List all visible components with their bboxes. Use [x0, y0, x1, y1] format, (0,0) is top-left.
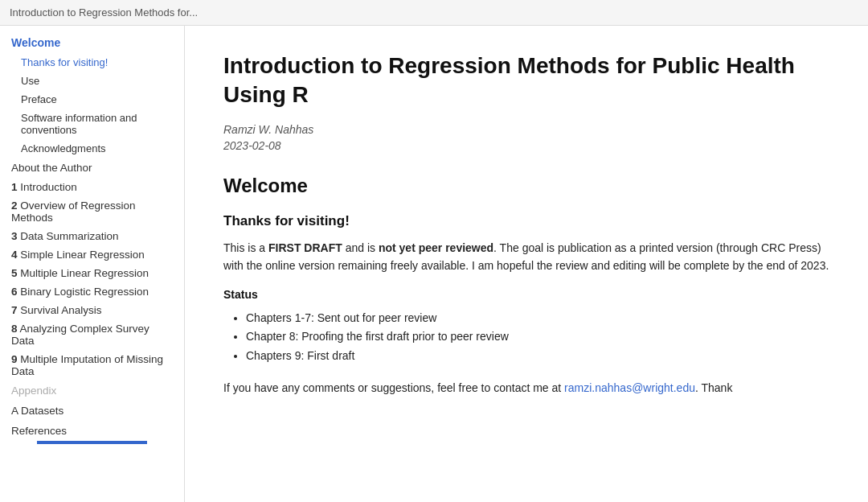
- contact-paragraph: If you have any comments or suggestions,…: [223, 379, 829, 397]
- sidebar-item-use[interactable]: Use: [0, 72, 184, 90]
- status-item-2: Chapter 8: Proofing the first draft prio…: [246, 327, 829, 347]
- bold-first-draft: FIRST DRAFT: [268, 241, 342, 254]
- thanks-heading: Thanks for visiting!: [223, 213, 829, 229]
- sidebar-item-1[interactable]: 1 Introduction: [0, 178, 184, 196]
- content-area: Introduction to Regression Methods for P…: [185, 26, 868, 502]
- sidebar-item-6[interactable]: 6 Binary Logistic Regression: [0, 282, 184, 301]
- sidebar-item-thanks[interactable]: Thanks for visiting!: [0, 53, 184, 72]
- book-title: Introduction to Regression Methods for P…: [223, 51, 829, 110]
- status-item-3: Chapters 9: First draft: [246, 347, 829, 366]
- sidebar-item-9[interactable]: 9 Multiple Imputation of Missing Data: [0, 350, 184, 381]
- sidebar-item-2[interactable]: 2 Overview of Regression Methods: [0, 196, 184, 227]
- book-author: Ramzi W. Nahhas: [223, 123, 829, 136]
- welcome-heading: Welcome: [223, 175, 829, 197]
- sidebar-item-references[interactable]: References: [0, 421, 184, 441]
- top-bar: Introduction to Regression Methods for..…: [0, 0, 868, 26]
- sidebar-item-3[interactable]: 3 Data Summarization: [0, 227, 184, 245]
- sidebar-item-software[interactable]: Software information and conventions: [0, 109, 184, 139]
- book-date: 2023-02-08: [223, 139, 829, 152]
- main-container: Welcome Thanks for visiting! Use Preface…: [0, 26, 868, 502]
- sidebar-item-datasets[interactable]: A Datasets: [0, 401, 184, 421]
- status-list: Chapters 1-7: Sent out for peer review C…: [223, 309, 829, 366]
- sidebar-item-4[interactable]: 4 Simple Linear Regression: [0, 245, 184, 264]
- sidebar-item-8[interactable]: 8 Analyzing Complex Survey Data: [0, 319, 184, 350]
- sidebar-item-about-author[interactable]: About the Author: [0, 158, 184, 178]
- sidebar-item-7[interactable]: 7 Survival Analysis: [0, 301, 184, 319]
- sidebar-item-preface[interactable]: Preface: [0, 90, 184, 109]
- sidebar-item-welcome[interactable]: Welcome: [0, 32, 184, 53]
- sidebar-item-appendix: Appendix: [0, 381, 184, 401]
- intro-paragraph: This is a FIRST DRAFT and is not yet pee…: [223, 239, 829, 275]
- sidebar-scroll-indicator: [37, 441, 147, 444]
- status-heading: Status: [223, 288, 829, 301]
- bold-not-peer-reviewed: not yet peer reviewed: [379, 241, 493, 254]
- contact-email-link[interactable]: ramzi.nahhas@wright.edu: [564, 381, 695, 394]
- top-bar-title: Introduction to Regression Methods for..…: [10, 6, 198, 19]
- sidebar: Welcome Thanks for visiting! Use Preface…: [0, 26, 185, 502]
- sidebar-item-5[interactable]: 5 Multiple Linear Regression: [0, 264, 184, 282]
- sidebar-item-acknowledgments[interactable]: Acknowledgments: [0, 139, 184, 158]
- status-item-1: Chapters 1-7: Sent out for peer review: [246, 309, 829, 328]
